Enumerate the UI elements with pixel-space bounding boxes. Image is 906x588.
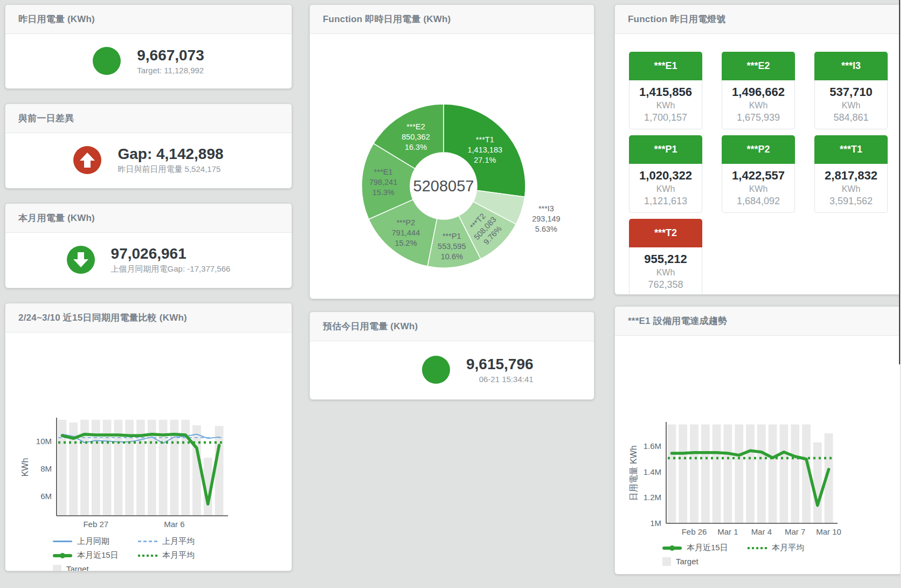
- tile-e1[interactable]: ***E1 1,415,856 KWh 1,700,157: [629, 52, 702, 129]
- legend-item-last-month-avg[interactable]: 上月平均: [138, 536, 292, 547]
- card-yesterday-header: 昨日用電量 (KWh): [5, 5, 292, 34]
- card-month-usage-title: 本月用電量 (KWh): [18, 212, 95, 224]
- card-day-diff-title: 與前一日差異: [18, 112, 74, 124]
- card-estimate-header: 預估今日用電量 (KWh): [310, 312, 594, 341]
- card-estimate-title: 預估今日用電量 (KWh): [323, 320, 418, 333]
- month-usage-value: 97,026,961: [111, 245, 231, 262]
- thick-line-swatch-icon: [662, 547, 682, 550]
- trend-chart-panel: ***E1 設備用電達成趨勢 1M1.2M1.4M1.6MFeb 26Mar 1…: [614, 306, 902, 575]
- svg-text:1.2M: 1.2M: [644, 493, 661, 502]
- svg-text:Mar 6: Mar 6: [164, 520, 184, 529]
- legend-label: Target: [676, 557, 698, 566]
- svg-text:***I3293,1495.63%: ***I3293,1495.63%: [532, 204, 560, 233]
- tile-p1-unit: KWh: [631, 184, 701, 194]
- legend-label: 上月同期: [77, 536, 109, 547]
- tile-p2[interactable]: ***P2 1,422,557 KWh 1,684,092: [722, 135, 795, 213]
- dotted-line-swatch-icon: [138, 555, 157, 557]
- trend-legend: 本月近15日 本月平均 Target: [662, 543, 901, 566]
- yesterday-usage-value: 9,667,073: [137, 47, 204, 64]
- day-gap-subtitle: 昨日與前日用電量 5,524,175: [117, 164, 223, 175]
- tile-p1-value: 1,020,322: [631, 169, 701, 183]
- tile-t1-header: ***T1: [814, 135, 888, 164]
- card-day-diff-body: Gap: 4,142,898 昨日與前日用電量 5,524,175: [5, 133, 292, 187]
- tile-i3-target: 584,861: [816, 112, 886, 123]
- realtime-donut-panel: Function 即時日用電量 (KWh) ***T11,413,18327.1…: [309, 4, 594, 299]
- tile-e2[interactable]: ***E2 1,496,662 KWh 1,675,939: [722, 52, 795, 129]
- square-swatch-icon: [53, 565, 61, 572]
- card-month-usage-header: 本月用電量 (KWh): [5, 204, 292, 233]
- legend-item-this-month-15d[interactable]: 本月近15日: [53, 550, 138, 561]
- dashed-line-swatch-icon: [138, 541, 157, 542]
- tile-i3-unit: KWh: [816, 101, 886, 110]
- card-yesterday-body: 9,667,073 Target: 11,128,992: [5, 34, 292, 88]
- tile-e2-value: 1,496,662: [723, 85, 793, 99]
- card-day-diff: 與前一日差異 Gap: 4,142,898 昨日與前日用電量 5,524,175: [5, 103, 292, 189]
- tile-e2-unit: KWh: [723, 101, 793, 110]
- tile-i3-value: 537,710: [816, 85, 886, 99]
- trend-chart-header: ***E1 設備用電達成趨勢: [615, 307, 901, 336]
- comparison-chart[interactable]: 6M8M10MFeb 27Mar 6KWh: [5, 333, 292, 534]
- legend-item-last-month-same[interactable]: 上月同期: [53, 536, 138, 547]
- svg-text:8M: 8M: [40, 464, 52, 473]
- estimate-today-value: 9,615,796: [466, 356, 534, 373]
- green-status-circle-icon: [422, 356, 450, 384]
- tile-t1[interactable]: ***T1 2,817,832 KWh 3,591,562: [814, 135, 888, 213]
- svg-text:Mar 4: Mar 4: [751, 527, 772, 536]
- legend-item-this-month-15d[interactable]: 本月近15日: [662, 543, 748, 553]
- tile-t2-header: ***T2: [629, 219, 702, 247]
- trend-chart[interactable]: 1M1.2M1.4M1.6MFeb 26Mar 1Mar 4Mar 7Mar 1…: [615, 336, 901, 541]
- legend-label: 本月近15日: [77, 550, 119, 561]
- trend-chart-title: ***E1 設備用電達成趨勢: [628, 315, 727, 327]
- svg-text:5208057: 5208057: [413, 177, 474, 195]
- card-estimate-today: 預估今日用電量 (KWh) 9,615,796 06-21 15:34:41: [309, 312, 594, 400]
- comparison-chart-header: 2/24~3/10 近15日同期用電量比較 (KWh): [5, 303, 292, 333]
- tile-p2-target: 1,684,092: [723, 196, 793, 207]
- arrow-down-circle-icon: [67, 246, 95, 274]
- tile-i3-header: ***I3: [814, 52, 888, 80]
- tile-t1-unit: KWh: [816, 184, 886, 194]
- tile-p2-unit: KWh: [723, 184, 793, 194]
- tile-t2[interactable]: ***T2 955,212 KWh 762,358: [629, 219, 702, 295]
- svg-text:Mar 10: Mar 10: [816, 527, 841, 536]
- realtime-donut-header: Function 即時日用電量 (KWh): [310, 5, 594, 34]
- lights-panel-header: Function 昨日用電燈號: [615, 5, 901, 34]
- realtime-donut-title: Function 即時日用電量 (KWh): [323, 13, 451, 25]
- tile-t1-target: 3,591,562: [816, 196, 886, 207]
- lights-panel-title: Function 昨日用電燈號: [628, 13, 725, 25]
- tile-e2-target: 1,675,939: [723, 112, 793, 123]
- square-swatch-icon: [662, 557, 671, 566]
- legend-label: 本月近15日: [687, 543, 728, 553]
- tile-i3[interactable]: ***I3 537,710 KWh 584,861: [814, 52, 888, 129]
- svg-text:1M: 1M: [650, 518, 661, 528]
- svg-text:1.6M: 1.6M: [644, 441, 661, 451]
- legend-item-target[interactable]: Target: [53, 564, 138, 571]
- green-status-circle-icon: [93, 47, 121, 75]
- legend-item-target[interactable]: Target: [662, 557, 748, 566]
- scrollbar-track[interactable]: [900, 0, 906, 588]
- svg-text:Mar 7: Mar 7: [785, 527, 805, 536]
- legend-item-this-month-avg[interactable]: 本月平均: [138, 550, 292, 561]
- lights-panel: Function 昨日用電燈號 ***E1 1,415,856 KWh 1,70…: [614, 4, 902, 295]
- month-usage-gap: 上個月同期用電Gap: -17,377,566: [111, 264, 231, 274]
- tile-t2-target: 762,358: [631, 279, 701, 290]
- card-day-diff-header: 與前一日差異: [5, 104, 292, 133]
- tile-p1[interactable]: ***P1 1,020,322 KWh 1,121,613: [629, 135, 702, 213]
- svg-text:10M: 10M: [36, 437, 52, 446]
- lights-grid: ***E1 1,415,856 KWh 1,700,157 ***E2 1,49…: [615, 34, 901, 295]
- svg-text:6M: 6M: [40, 492, 52, 501]
- comparison-chart-title: 2/24~3/10 近15日同期用電量比較 (KWh): [18, 312, 187, 324]
- tile-t1-value: 2,817,832: [816, 169, 886, 183]
- svg-text:Feb 27: Feb 27: [83, 520, 108, 529]
- dashboard: 昨日用電量 (KWh) 9,667,073 Target: 11,128,992…: [0, 0, 906, 588]
- card-estimate-body: 9,615,796 06-21 15:34:41: [310, 341, 594, 398]
- card-yesterday-title: 昨日用電量 (KWh): [18, 13, 95, 25]
- comparison-chart-panel: 2/24~3/10 近15日同期用電量比較 (KWh) 6M8M10MFeb 2…: [5, 303, 292, 571]
- line-swatch-icon: [53, 541, 72, 542]
- tile-e1-value: 1,415,856: [631, 85, 701, 99]
- yesterday-usage-target: Target: 11,128,992: [137, 66, 204, 75]
- thick-line-swatch-icon: [53, 554, 72, 557]
- card-month-usage: 本月用電量 (KWh) 97,026,961 上個月同期用電Gap: -17,3…: [5, 203, 292, 288]
- realtime-donut[interactable]: ***T11,413,18327.1%***I3293,1495.63%***T…: [310, 34, 594, 298]
- legend-item-this-month-avg[interactable]: 本月平均: [748, 543, 901, 553]
- card-yesterday-usage: 昨日用電量 (KWh) 9,667,073 Target: 11,128,992: [5, 4, 292, 89]
